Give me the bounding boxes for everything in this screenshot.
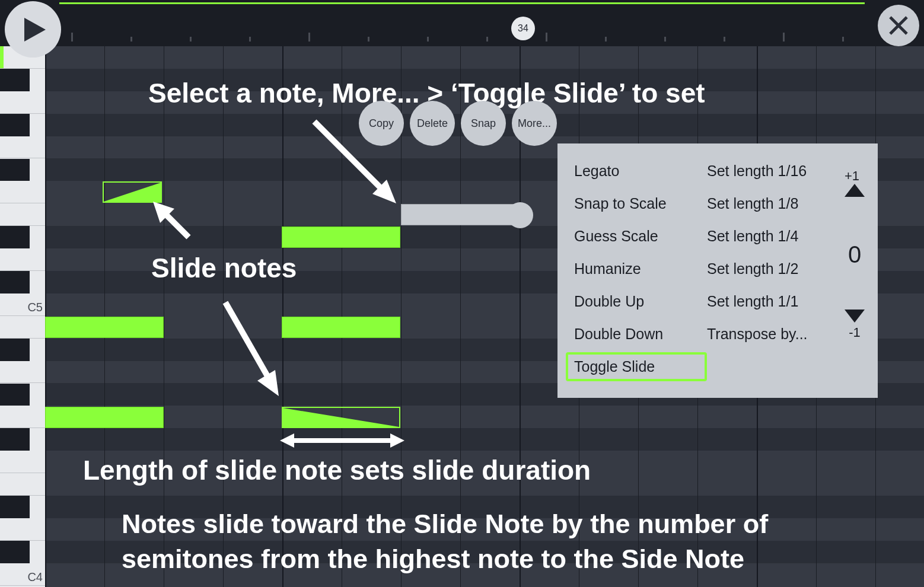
timeline-tick: [486, 37, 488, 42]
timeline-tick: [368, 37, 369, 42]
black-key[interactable]: [0, 114, 30, 136]
svg-marker-3: [104, 183, 161, 202]
black-key[interactable]: [0, 226, 30, 248]
timeline-tick: [842, 37, 844, 42]
white-key[interactable]: [0, 316, 45, 339]
stepper-minus-label: -1: [845, 325, 865, 340]
copy-button[interactable]: Copy: [359, 101, 404, 146]
play-button[interactable]: [5, 1, 61, 58]
snap-button[interactable]: Snap: [461, 101, 506, 146]
menu-set-length-1-8[interactable]: Set length 1/8: [707, 195, 826, 212]
annotation-bottom: Notes slide toward the Slide Note by the…: [122, 507, 774, 576]
menu-double-up[interactable]: Double Up: [574, 293, 699, 310]
key-label: C4: [27, 570, 43, 584]
white-key[interactable]: [0, 91, 45, 114]
black-key[interactable]: [0, 339, 30, 361]
black-key[interactable]: [0, 496, 30, 518]
white-key[interactable]: [0, 451, 45, 473]
chevron-up-icon[interactable]: [845, 184, 865, 197]
timeline-tick: [308, 33, 310, 42]
timeline-tick: [427, 37, 429, 42]
slide-note[interactable]: [103, 181, 162, 203]
stepper-plus-label: +1: [845, 168, 865, 184]
grid-row[interactable]: [45, 428, 924, 451]
menu-guess-scale[interactable]: Guess Scale: [574, 228, 699, 245]
svg-marker-0: [24, 18, 46, 42]
menu-transpose-by[interactable]: Transpose by...: [707, 326, 826, 343]
menu-set-length-1-16[interactable]: Set length 1/16: [707, 162, 826, 180]
more-menu-panel: Legato Snap to Scale Guess Scale Humaniz…: [557, 143, 878, 398]
svg-line-12: [225, 302, 273, 385]
grid-line: [164, 46, 164, 587]
delete-button[interactable]: Delete: [410, 101, 455, 146]
timeline-tick: [249, 37, 251, 42]
menu-set-length-1-1[interactable]: Set length 1/1: [707, 293, 826, 310]
svg-marker-5: [845, 184, 865, 197]
note[interactable]: [282, 317, 400, 338]
piano-keys[interactable]: C5C4: [0, 46, 45, 587]
timeline-tick: [783, 33, 785, 42]
playhead-marker[interactable]: 34: [511, 17, 535, 40]
black-key[interactable]: [0, 69, 30, 91]
annotation-slide-notes: Slide notes: [151, 252, 297, 284]
arrow-icon: [219, 296, 291, 403]
black-key[interactable]: [0, 384, 30, 406]
key-label: C5: [27, 301, 43, 314]
close-button[interactable]: [878, 5, 919, 46]
white-key[interactable]: [0, 248, 45, 271]
grid-row[interactable]: [45, 406, 924, 428]
note-resize-handle[interactable]: [507, 202, 533, 228]
menu-set-length-1-2[interactable]: Set length 1/2: [707, 260, 826, 277]
progress-line: [59, 2, 865, 4]
double-arrow-icon: [280, 432, 404, 449]
timeline-tick: [605, 37, 607, 42]
transpose-stepper: +1 0 -1: [834, 162, 875, 340]
slide-note[interactable]: [282, 407, 400, 428]
menu-toggle-slide[interactable]: Toggle Slide: [566, 352, 707, 381]
close-icon: [888, 15, 909, 36]
white-key[interactable]: [0, 518, 45, 541]
note[interactable]: [45, 317, 164, 338]
stepper-value: 0: [848, 241, 861, 268]
timeline-tick: [724, 37, 725, 42]
white-key[interactable]: [0, 473, 45, 496]
menu-legato[interactable]: Legato: [574, 162, 699, 180]
play-icon: [24, 18, 46, 42]
timeline-tick: [71, 33, 73, 42]
note[interactable]: [45, 407, 164, 428]
note[interactable]: [282, 226, 400, 248]
black-key[interactable]: [0, 159, 30, 181]
white-key[interactable]: [0, 361, 45, 384]
menu-set-length-1-4[interactable]: Set length 1/4: [707, 228, 826, 245]
arrow-icon: [153, 202, 200, 249]
black-key[interactable]: [0, 541, 30, 563]
white-key[interactable]: [0, 136, 45, 159]
white-key[interactable]: [0, 181, 45, 203]
grid-row[interactable]: [45, 46, 924, 69]
white-key[interactable]: [0, 203, 45, 226]
white-key[interactable]: C4: [0, 563, 45, 586]
timeline-ruler[interactable]: 34: [0, 5, 924, 46]
black-key[interactable]: [0, 271, 30, 294]
timeline-tick: [190, 37, 192, 42]
selected-note[interactable]: [401, 204, 520, 225]
svg-marker-4: [283, 408, 399, 427]
menu-humanize[interactable]: Humanize: [574, 260, 699, 277]
menu-double-down[interactable]: Double Down: [574, 326, 699, 343]
white-key[interactable]: C5: [0, 294, 45, 316]
black-key[interactable]: [0, 428, 30, 451]
note-action-row: Copy Delete Snap More...: [359, 101, 557, 146]
svg-marker-16: [390, 433, 404, 448]
svg-marker-6: [845, 310, 865, 323]
menu-snap-to-scale[interactable]: Snap to Scale: [574, 195, 699, 212]
annotation-length: Length of slide note sets slide duration: [83, 454, 591, 486]
more-button[interactable]: More...: [512, 101, 557, 146]
timeline-tick: [130, 37, 132, 42]
timeline-tick: [664, 37, 666, 42]
svg-marker-15: [280, 433, 294, 448]
chevron-down-icon[interactable]: [845, 310, 865, 323]
white-key[interactable]: [0, 406, 45, 428]
timeline-tick: [546, 33, 547, 42]
